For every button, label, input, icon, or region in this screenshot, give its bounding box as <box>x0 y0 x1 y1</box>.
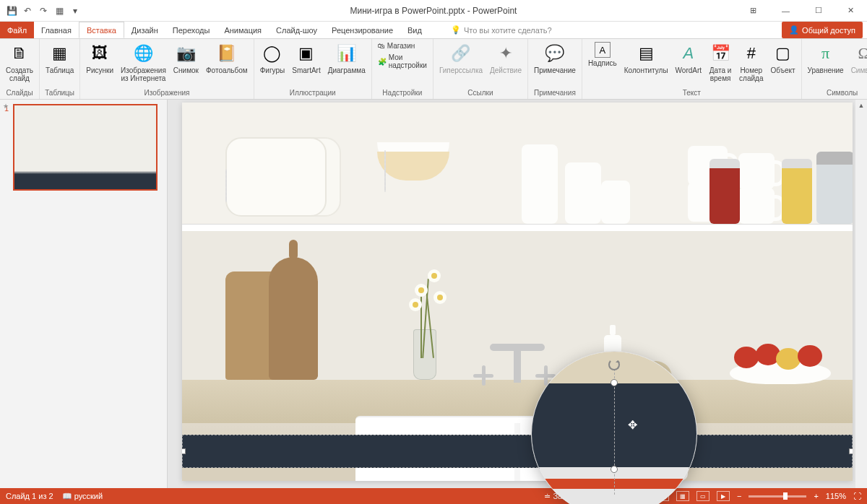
header-footer-label: Колонтитулы <box>624 66 668 74</box>
lightbulb-icon: 💡 <box>451 25 461 35</box>
online-pictures-icon: 🌐 <box>131 42 155 65</box>
comment-button[interactable]: 💬 Примечание <box>531 40 579 76</box>
new-slide-button[interactable]: 🗎 Создать слайд <box>3 40 36 84</box>
group-tables-label: Таблицы <box>43 88 77 97</box>
my-addins-button[interactable]: 🧩 Мои надстройки <box>375 52 430 71</box>
textbox-button[interactable]: A Надпись <box>585 40 620 69</box>
tab-animations[interactable]: Анимация <box>217 22 269 38</box>
shapes-button[interactable]: ◯ Фигуры <box>257 40 288 76</box>
qat-customize-icon[interactable]: ▾ <box>68 4 82 18</box>
start-from-beginning-icon[interactable]: ▦ <box>52 4 66 18</box>
vertical-scrollbar[interactable]: ▲ <box>855 100 867 488</box>
ribbon-options-icon[interactable]: ⊞ <box>737 0 769 22</box>
addins-icon: 🧩 <box>378 58 387 66</box>
save-icon[interactable]: 💾 <box>4 4 19 18</box>
tell-me-placeholder: Что вы хотите сделать? <box>464 26 552 35</box>
language-label: русский <box>74 492 103 500</box>
shapes-icon: ◯ <box>261 42 284 65</box>
shapes-label: Фигуры <box>260 66 285 74</box>
tab-insert[interactable]: Вставка <box>79 22 124 38</box>
slide-editor[interactable]: ✥ <box>168 100 867 488</box>
tab-transitions[interactable]: Переходы <box>165 22 217 38</box>
symbol-button[interactable]: Ω Символ <box>848 40 867 76</box>
undo-icon[interactable]: ↶ <box>20 4 35 18</box>
object-button[interactable]: ▢ Объект <box>767 40 798 76</box>
date-time-button[interactable]: 📅 Дата и время <box>706 40 735 84</box>
photo-album-button[interactable]: 📔 Фотоальбом <box>203 40 251 76</box>
tab-slideshow[interactable]: Слайд-шоу <box>269 22 324 38</box>
comment-label: Примечание <box>534 66 576 74</box>
equation-label: Уравнение <box>808 66 844 74</box>
thumbnail-panel[interactable]: 1 ★ <box>0 100 168 488</box>
group-images: 🖼 Рисунки 🌐 Изображения из Интернета 📷 С… <box>80 39 254 99</box>
language-indicator[interactable]: 📖 русский <box>62 492 103 501</box>
chart-button[interactable]: 📊 Диаграмма <box>325 40 368 76</box>
zoom-slider-thumb[interactable] <box>783 492 788 500</box>
close-button[interactable]: ✕ <box>834 0 867 22</box>
hyperlink-button[interactable]: 🔗 Гиперссылка <box>436 40 486 76</box>
group-illustrations: ◯ Фигуры ▣ SmartArt 📊 Диаграмма Иллюстра… <box>254 39 372 99</box>
maximize-button[interactable]: ☐ <box>802 0 834 22</box>
sorter-view-button[interactable]: ▦ <box>676 491 689 501</box>
reading-view-button[interactable]: ▭ <box>696 491 709 501</box>
tell-me-search[interactable]: 💡 Что вы хотите сделать? <box>451 22 552 38</box>
redo-icon[interactable]: ↷ <box>36 4 51 18</box>
my-addins-label: Мои надстройки <box>389 53 427 69</box>
wordart-icon: A <box>677 42 700 65</box>
table-button[interactable]: ▦ Таблица <box>43 40 77 76</box>
group-links-label: Ссылки <box>436 88 525 97</box>
action-icon: ✦ <box>494 42 517 65</box>
slide-counter[interactable]: Слайд 1 из 2 <box>6 492 53 500</box>
store-button[interactable]: 🛍 Магазин <box>375 40 430 51</box>
new-slide-label: Создать слайд <box>6 66 33 82</box>
tab-home[interactable]: Главная <box>34 22 79 38</box>
thumbnail-preview[interactable] <box>13 104 158 191</box>
tab-file[interactable]: Файл <box>0 22 34 38</box>
wordart-label: WordArt <box>676 66 702 74</box>
thumbnail-item[interactable]: 1 ★ <box>4 104 163 191</box>
group-links: 🔗 Гиперссылка ✦ Действие Ссылки <box>434 39 528 99</box>
resize-handle-right[interactable] <box>849 448 853 454</box>
minimize-button[interactable]: — <box>769 0 802 22</box>
wordart-button[interactable]: A WordArt <box>673 40 705 76</box>
resize-handle-left[interactable] <box>182 448 186 454</box>
equation-icon: π <box>814 42 837 65</box>
resize-handle-top[interactable] <box>611 379 618 386</box>
online-pictures-button[interactable]: 🌐 Изображения из Интернета <box>118 40 169 84</box>
zoom-slider[interactable] <box>749 495 806 498</box>
zoom-out-button[interactable]: − <box>737 492 741 500</box>
table-label: Таблица <box>46 66 74 74</box>
pictures-button[interactable]: 🖼 Рисунки <box>83 40 116 76</box>
smartart-button[interactable]: ▣ SmartArt <box>289 40 323 76</box>
tab-view[interactable]: Вид <box>400 22 429 38</box>
share-button[interactable]: 👤 Общий доступ <box>782 22 863 38</box>
screenshot-button[interactable]: 📷 Снимок <box>171 40 202 76</box>
scroll-up-icon[interactable]: ▲ <box>855 100 867 111</box>
smartart-icon: ▣ <box>295 42 318 65</box>
slideshow-view-button[interactable]: ▶ <box>717 491 730 501</box>
group-symbols: π Уравнение Ω Символ Символы <box>802 39 867 99</box>
selected-rectangle-shape[interactable] <box>182 435 853 468</box>
slide-canvas[interactable] <box>182 103 853 481</box>
header-footer-button[interactable]: ▤ Колонтитулы <box>621 40 671 76</box>
group-addins-label: Надстройки <box>375 88 430 97</box>
slide-number-button[interactable]: # Номер слайда <box>736 40 766 84</box>
screenshot-label: Снимок <box>173 66 199 74</box>
group-addins: 🛍 Магазин 🧩 Мои надстройки Надстройки <box>372 39 434 99</box>
tab-design[interactable]: Дизайн <box>124 22 165 38</box>
rotate-handle-icon[interactable] <box>608 359 620 370</box>
header-footer-icon: ▤ <box>634 42 657 65</box>
zoom-in-button[interactable]: + <box>814 492 818 500</box>
equation-button[interactable]: π Уравнение <box>805 40 847 76</box>
fit-to-window-button[interactable]: ⛶ <box>853 492 861 500</box>
share-label: Общий доступ <box>802 26 855 35</box>
move-cursor-icon: ✥ <box>628 418 637 432</box>
object-label: Объект <box>770 66 795 74</box>
zoom-level[interactable]: 115% <box>826 492 846 500</box>
tab-review[interactable]: Рецензирование <box>324 22 400 38</box>
status-bar: Слайд 1 из 2 📖 русский ≐ Заметки 💬 Приме… <box>0 488 867 504</box>
group-comments-label: Примечания <box>531 88 579 97</box>
resize-handle-bottom[interactable] <box>611 466 618 473</box>
action-button[interactable]: ✦ Действие <box>487 40 525 76</box>
group-comments: 💬 Примечание Примечания <box>528 39 582 99</box>
